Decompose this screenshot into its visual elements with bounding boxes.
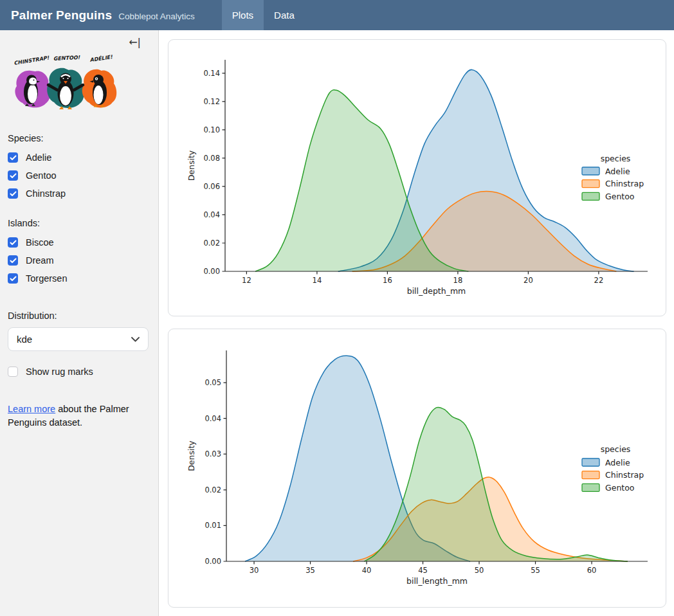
x-tick-label: 14	[313, 276, 322, 285]
x-tick-label: 20	[524, 276, 533, 285]
nav-tabs: PlotsData	[222, 0, 305, 30]
sidebar: ←|	[0, 30, 159, 616]
app-root: Palmer Penguins Cobblepot Analytics Plot…	[0, 0, 674, 616]
checkbox-row-torgersen[interactable]: Torgersen	[8, 269, 150, 287]
checkbox-row-adelie[interactable]: Adelie	[8, 149, 150, 167]
main-content: 1214161820220.000.020.040.060.080.100.12…	[159, 30, 674, 616]
y-tick-label: 0.00	[203, 267, 220, 276]
x-tick-label: 16	[383, 276, 392, 285]
x-axis-label: bill_length_mm	[406, 576, 468, 586]
x-tick-label: 12	[242, 276, 251, 285]
y-tick-label: 0.12	[203, 97, 220, 106]
chevron-down-icon	[131, 337, 140, 342]
y-axis-label: Density	[187, 150, 196, 181]
legend-title: species	[601, 444, 631, 454]
legend-label-chinstrap: Chinstrap	[605, 179, 644, 188]
x-tick-label: 55	[531, 566, 540, 575]
checkbox-gentoo[interactable]	[8, 170, 18, 181]
y-axis-label: Density	[187, 440, 196, 471]
artwork-label-chinstrap: CHINSTRAP!	[14, 55, 50, 66]
species-checkbox-group: AdelieGentooChinstrap	[8, 149, 150, 203]
y-tick-label: 0.04	[203, 210, 220, 219]
checkbox-label: Adelie	[26, 152, 51, 163]
main-layout: ←|	[0, 30, 674, 616]
penguins-artwork-svg: CHINSTRAP! GENTOO! ADÉLIE!	[9, 53, 121, 118]
checkbox-label: Chinstrap	[26, 188, 66, 199]
y-tick-label: 0.14	[203, 69, 220, 78]
app-title-block: Palmer Penguins Cobblepot Analytics	[0, 8, 195, 23]
sidebar-collapse-row: ←|	[8, 37, 150, 52]
artwork-label-adelie: ADÉLIE!	[89, 53, 113, 63]
rug-checkbox-row[interactable]: Show rug marks	[8, 363, 150, 381]
checkbox-dream[interactable]	[8, 255, 18, 266]
legend-label-gentoo: Gentoo	[605, 192, 635, 201]
check-icon	[10, 240, 17, 246]
legend-swatch-chinstrap	[582, 471, 599, 479]
sidebar-collapse-icon[interactable]: ←|	[129, 37, 141, 48]
x-tick-label: 35	[305, 566, 315, 575]
checkbox-row-gentoo[interactable]: Gentoo	[8, 167, 150, 185]
x-axis-label: bill_depth_mm	[407, 286, 466, 296]
legend-swatch-adelie	[582, 167, 599, 175]
y-tick-label: 0.08	[203, 154, 220, 163]
artwork-label-gentoo: GENTOO!	[53, 55, 80, 62]
legend-label-adelie: Adelie	[605, 458, 630, 467]
check-icon	[10, 155, 17, 161]
check-icon	[10, 173, 17, 179]
checkbox-biscoe[interactable]	[8, 237, 18, 248]
plot-card-bill-length: 303540455055600.000.010.020.030.040.05bi…	[168, 329, 666, 608]
tab-data[interactable]: Data	[264, 0, 305, 30]
y-tick-label: 0.01	[205, 521, 221, 530]
checkbox-label: Dream	[26, 255, 54, 266]
learn-more-link[interactable]: Learn more	[8, 404, 55, 414]
y-tick-label: 0.10	[203, 125, 220, 134]
legend-swatch-gentoo	[582, 484, 599, 491]
legend-label-adelie: Adelie	[605, 167, 630, 176]
rug-checkbox[interactable]	[8, 367, 18, 377]
checkbox-torgersen[interactable]	[8, 273, 18, 284]
checkbox-adelie[interactable]	[8, 152, 18, 163]
x-tick-label: 60	[587, 566, 597, 575]
x-tick-label: 40	[362, 566, 372, 575]
check-icon	[10, 191, 17, 197]
y-tick-label: 0.03	[205, 449, 221, 458]
x-tick-label: 18	[453, 276, 463, 285]
checkbox-chinstrap[interactable]	[8, 188, 18, 199]
checkbox-label: Gentoo	[26, 170, 57, 181]
checkbox-row-chinstrap[interactable]: Chinstrap	[8, 185, 150, 203]
navbar: Palmer Penguins Cobblepot Analytics Plot…	[0, 0, 674, 30]
x-tick-label: 22	[594, 276, 604, 285]
x-tick-label: 30	[250, 566, 259, 575]
distribution-selected-value: kde	[17, 334, 32, 345]
distribution-select[interactable]: kde	[8, 327, 149, 351]
checkbox-row-biscoe[interactable]: Biscoe	[8, 233, 150, 251]
distribution-label: Distribution:	[8, 311, 150, 321]
artwork-species-labels: CHINSTRAP! GENTOO! ADÉLIE!	[14, 53, 113, 66]
y-tick-label: 0.06	[203, 182, 220, 191]
learn-more-text: Learn more about the Palmer Penguins dat…	[8, 403, 140, 430]
kde-plot-bill-length: 303540455055600.000.010.020.030.040.05bi…	[168, 329, 666, 607]
checkbox-row-dream[interactable]: Dream	[8, 251, 150, 269]
app-subtitle: Cobblepot Analytics	[118, 12, 195, 21]
app-title: Palmer Penguins	[11, 8, 112, 23]
check-icon	[10, 276, 17, 282]
islands-checkbox-group: BiscoeDreamTorgersen	[8, 233, 150, 287]
legend-swatch-gentoo	[582, 192, 599, 200]
kde-plot-bill-depth: 1214161820220.000.020.040.060.080.100.12…	[168, 40, 666, 316]
check-icon	[10, 258, 17, 264]
y-tick-label: 0.05	[205, 378, 221, 387]
tab-plots[interactable]: Plots	[222, 0, 264, 30]
y-tick-label: 0.02	[203, 239, 220, 248]
legend-swatch-chinstrap	[582, 180, 599, 188]
y-tick-label: 0.02	[205, 485, 221, 494]
legend-swatch-adelie	[582, 458, 599, 466]
rug-label: Show rug marks	[26, 367, 93, 377]
legend-title: species	[601, 154, 631, 163]
plot-card-bill-depth: 1214161820220.000.020.040.060.080.100.12…	[168, 39, 666, 316]
penguins-artwork: CHINSTRAP! GENTOO! ADÉLIE!	[9, 53, 150, 120]
x-tick-label: 45	[418, 566, 428, 575]
islands-label: Islands:	[8, 218, 150, 228]
species-label: Species:	[8, 133, 150, 143]
x-tick-label: 50	[475, 566, 484, 575]
checkbox-label: Torgersen	[26, 273, 67, 284]
